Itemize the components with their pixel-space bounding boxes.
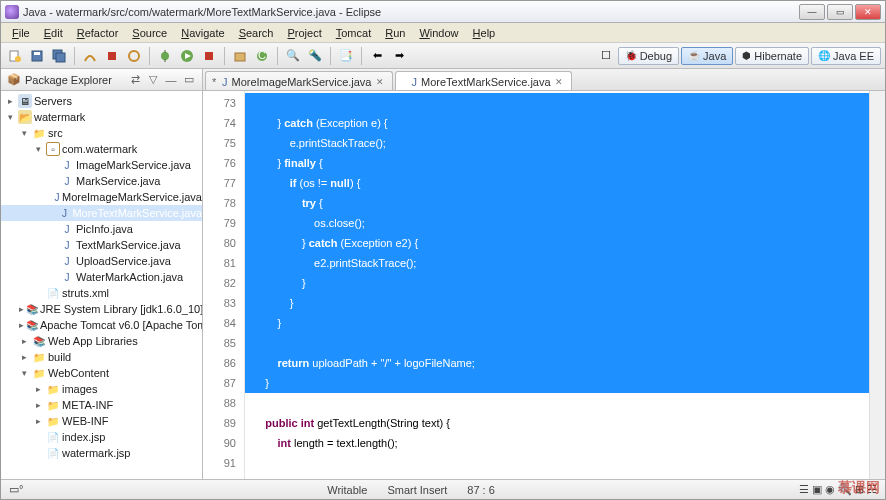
editor-tab-bar: *JMoreImageMarkService.java✕JMoreTextMar… [203,69,885,91]
close-tab-icon[interactable]: ✕ [376,77,384,87]
close-tab-icon[interactable]: ✕ [555,77,563,87]
java-icon: J [60,222,74,236]
tree-node[interactable]: ▸📁WEB-INF [1,413,202,429]
view-menu-icon[interactable]: ▽ [146,73,160,86]
save-all-button[interactable] [49,46,69,66]
tree-node[interactable]: ▾▫com.watermark [1,141,202,157]
tree-node[interactable]: ▸📚JRE System Library [jdk1.6.0_10] [1,301,202,317]
tree-node[interactable]: 📄watermark.jsp [1,445,202,461]
maximize-button[interactable]: ▭ [827,4,853,20]
tree-node[interactable]: ▾📁src [1,125,202,141]
tree-node[interactable]: JTextMarkService.java [1,237,202,253]
new-button[interactable] [5,46,25,66]
tree-label: Servers [34,95,72,107]
menu-search[interactable]: Search [232,25,281,41]
tree-label: META-INF [62,399,113,411]
tree-node[interactable]: ▾📂watermark [1,109,202,125]
code-content[interactable]: } catch (Exception e) { e.printStackTrac… [245,91,869,479]
debug-button[interactable] [155,46,175,66]
perspective-debug[interactable]: 🐞 Debug [618,47,679,65]
tree-label: MoreImageMarkService.java [62,191,202,203]
expand-icon[interactable]: ▾ [5,112,16,122]
status-cursor-pos: 87 : 6 [467,484,495,496]
toggle-mark-button[interactable]: 📑 [336,46,356,66]
svg-point-7 [129,51,139,61]
expand-icon[interactable]: ▾ [19,128,30,138]
tree-label: struts.xml [62,287,109,299]
tomcat-restart-icon[interactable] [124,46,144,66]
save-button[interactable] [27,46,47,66]
expand-icon[interactable]: ▸ [33,384,44,394]
maximize-view-icon[interactable]: ▭ [182,73,196,86]
tree-node[interactable]: 📄struts.xml [1,285,202,301]
menu-refactor[interactable]: Refactor [70,25,126,41]
menu-help[interactable]: Help [466,25,503,41]
tree-node[interactable]: ▸📚Web App Libraries [1,333,202,349]
new-package-button[interactable] [230,46,250,66]
tree-node[interactable]: 📄index.jsp [1,429,202,445]
tree-node[interactable]: ▸📁build [1,349,202,365]
menu-edit[interactable]: Edit [37,25,70,41]
tree-node[interactable]: ▸📚Apache Tomcat v6.0 [Apache Tomcat v6 [1,317,202,333]
project-tree[interactable]: ▸🖥Servers▾📂watermark▾📁src▾▫com.watermark… [1,91,202,479]
tree-node[interactable]: ▸🖥Servers [1,93,202,109]
perspective-java[interactable]: ☕ Java [681,47,733,65]
lib-icon: 📚 [26,318,38,332]
expand-icon[interactable]: ▸ [33,416,44,426]
menu-window[interactable]: Window [412,25,465,41]
tree-label: WaterMarkAction.java [76,271,183,283]
tree-node[interactable]: JPicInfo.java [1,221,202,237]
package-explorer-tab[interactable]: 📦 Package Explorer ⇄ ▽ — ▭ [1,69,202,91]
expand-icon[interactable]: ▸ [19,320,24,330]
new-class-button[interactable]: C [252,46,272,66]
menu-source[interactable]: Source [125,25,174,41]
window-title: Java - watermark/src/com/watermark/MoreT… [23,6,799,18]
tree-node[interactable]: JUploadService.java [1,253,202,269]
run-button[interactable] [177,46,197,66]
tree-node[interactable]: ▸📁images [1,381,202,397]
menu-project[interactable]: Project [281,25,329,41]
tree-node[interactable]: JMoreImageMarkService.java [1,189,202,205]
fld-icon: 📁 [46,398,60,412]
tomcat-start-icon[interactable] [80,46,100,66]
close-button[interactable]: ✕ [855,4,881,20]
expand-icon[interactable]: ▸ [19,336,30,346]
perspective-hibernate[interactable]: ⬢ Hibernate [735,47,809,65]
quick-access-icon[interactable]: ▭° [9,483,23,496]
expand-icon[interactable]: ▸ [19,352,30,362]
tomcat-stop-icon[interactable] [102,46,122,66]
link-editor-icon[interactable]: ⇄ [128,73,142,86]
menu-run[interactable]: Run [378,25,412,41]
expand-icon[interactable]: ▾ [33,144,44,154]
menu-navigate[interactable]: Navigate [174,25,231,41]
tree-node[interactable]: JMarkService.java [1,173,202,189]
vertical-scrollbar[interactable] [869,91,885,479]
menu-file[interactable]: File [5,25,37,41]
menu-tomcat[interactable]: Tomcat [329,25,378,41]
back-button[interactable]: ⬅ [367,46,387,66]
minimize-view-icon[interactable]: — [164,74,178,86]
tree-node[interactable]: ▸📁META-INF [1,397,202,413]
tree-node[interactable]: JImageMarkService.java [1,157,202,173]
tree-label: Web App Libraries [48,335,138,347]
tree-label: watermark.jsp [62,447,130,459]
code-editor[interactable]: 7374757677787980818283848586878889909192… [203,91,885,479]
external-tools-button[interactable] [199,46,219,66]
search-button[interactable]: 🔦 [305,46,325,66]
expand-icon[interactable]: ▾ [19,368,30,378]
tree-node[interactable]: ▾📁WebContent [1,365,202,381]
expand-icon[interactable]: ▸ [5,96,16,106]
tree-node[interactable]: JMoreTextMarkService.java [1,205,202,221]
expand-icon[interactable]: ▸ [19,304,24,314]
perspective-javaee[interactable]: 🌐 Java EE [811,47,881,65]
editor-tab[interactable]: *JMoreImageMarkService.java✕ [205,71,393,90]
tree-node[interactable]: JWaterMarkAction.java [1,269,202,285]
expand-icon[interactable]: ▸ [33,400,44,410]
open-perspective-button[interactable]: ☐ [596,46,616,66]
minimize-button[interactable]: — [799,4,825,20]
status-writable: Writable [327,484,367,496]
editor-tab[interactable]: JMoreTextMarkService.java✕ [395,71,572,90]
open-type-button[interactable]: 🔍 [283,46,303,66]
forward-button[interactable]: ➡ [389,46,409,66]
fld-icon: 📁 [32,366,46,380]
